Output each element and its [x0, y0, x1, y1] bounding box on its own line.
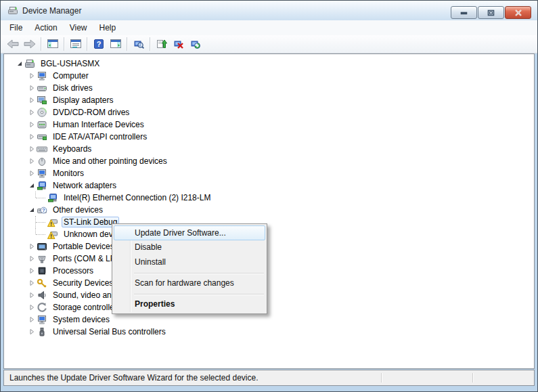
- device-tree-panel[interactable]: BGL-USHASMXComputerDisk drivesDisplay ad…: [3, 53, 535, 369]
- expand-collapsed-icon[interactable]: [27, 83, 37, 93]
- context-menu-separator: [134, 273, 264, 274]
- toolbar-separator: [127, 37, 127, 51]
- tree-item-bgl-ushasmx[interactable]: BGL-USHASMX: [4, 58, 534, 70]
- mouse-icon: [37, 156, 47, 167]
- expand-collapsed-icon[interactable]: [27, 290, 37, 300]
- tree-item-security-devices[interactable]: Security Devices: [4, 277, 534, 289]
- tree-item-label: Monitors: [51, 168, 86, 179]
- uninstall-button[interactable]: [170, 37, 187, 52]
- tree-item-system-devices[interactable]: System devices: [4, 313, 534, 326]
- context-menu-item-scan-for-hardware-changes[interactable]: Scan for hardware changes: [114, 276, 265, 291]
- tree-item-st-link-debug[interactable]: ST-Link Debug: [4, 216, 534, 228]
- expand-collapsed-icon[interactable]: [27, 169, 37, 178]
- expand-expanded-icon[interactable]: [15, 59, 24, 68]
- portable-device-icon: [37, 241, 47, 252]
- expand-collapsed-icon[interactable]: [27, 315, 37, 324]
- context-menu-separator: [134, 294, 264, 295]
- action-pane-icon: [110, 39, 121, 49]
- context-menu-item-disable[interactable]: Disable: [114, 240, 265, 255]
- tree-item-label: Display adapters: [51, 95, 115, 106]
- properties-button[interactable]: [67, 37, 84, 52]
- tree-item-universal-serial-bus-controllers[interactable]: Universal Serial Bus controllers: [4, 326, 534, 338]
- expand-collapsed-icon[interactable]: [27, 278, 37, 288]
- expand-collapsed-icon[interactable]: [27, 120, 37, 129]
- tree-item-monitors[interactable]: Monitors: [4, 167, 534, 179]
- properties-icon: [70, 39, 81, 49]
- expand-collapsed-icon[interactable]: [27, 71, 37, 81]
- tree-item-label: Other devices: [51, 204, 105, 215]
- tree-item-ide-ata-atapi-controllers[interactable]: IDE ATA/ATAPI controllers: [4, 131, 534, 143]
- minimize-button[interactable]: [451, 6, 477, 19]
- help-icon: ?: [93, 39, 104, 49]
- tree-connector: [34, 228, 47, 240]
- tree-item-label: System devices: [51, 314, 112, 325]
- expand-collapsed-icon[interactable]: [27, 108, 37, 117]
- context-menu-item-update-driver-software[interactable]: Update Driver Software...: [114, 225, 265, 240]
- expand-collapsed-icon[interactable]: [27, 266, 37, 276]
- tree-item-network-adapters[interactable]: Network adapters: [4, 179, 534, 192]
- forward-arrow-icon: [23, 39, 37, 49]
- help-button[interactable]: ?: [90, 37, 107, 52]
- forward-button[interactable]: [21, 37, 38, 52]
- menu-file[interactable]: File: [3, 21, 28, 35]
- expand-collapsed-icon[interactable]: [27, 303, 37, 312]
- device-manager-window: Device Manager FileActionViewHelp ? BGL-…: [0, 0, 538, 392]
- tree-item-disk-drives[interactable]: Disk drives: [4, 82, 534, 94]
- minimize-icon: [460, 9, 468, 16]
- tree-item-unknown-device[interactable]: Unknown device: [4, 228, 534, 240]
- port-icon: [37, 253, 47, 264]
- scan-hardware-changes-icon: [190, 39, 201, 49]
- show-console-tree-button[interactable]: [44, 37, 61, 52]
- expand-collapsed-icon[interactable]: [27, 254, 37, 263]
- context-menu-item-properties[interactable]: Properties: [114, 297, 265, 312]
- tree-item-other-devices[interactable]: ?Other devices: [4, 204, 534, 216]
- expand-collapsed-icon[interactable]: [27, 132, 37, 141]
- tree-item-display-adapters[interactable]: Display adapters: [4, 94, 534, 106]
- expand-collapsed-icon[interactable]: [27, 144, 37, 154]
- menu-bar: FileActionViewHelp: [1, 20, 537, 35]
- tree-item-intel-r-ethernet-connection-2-i218-lm[interactable]: Intel(R) Ethernet Connection (2) I218-LM: [4, 192, 534, 204]
- tree-item-sound-video-and-game-controllers[interactable]: Sound, video and game controllers: [4, 289, 534, 301]
- tree-item-ports-com-lpt[interactable]: Ports (COM & LPT): [4, 253, 534, 265]
- tree-item-mice-and-other-pointing-devices[interactable]: Mice and other pointing devices: [4, 155, 534, 167]
- menu-view[interactable]: View: [64, 21, 93, 35]
- tree-item-human-interface-devices[interactable]: Human Interface Devices: [4, 118, 534, 131]
- tree-connector: [34, 216, 47, 228]
- expand-collapsed-icon[interactable]: [27, 327, 37, 336]
- context-menu: Update Driver Software...DisableUninstal…: [112, 223, 267, 314]
- tree-item-processors[interactable]: Processors: [4, 265, 534, 277]
- tree-item-portable-devices[interactable]: Portable Devices: [4, 240, 534, 253]
- ide-controller-icon: [37, 131, 47, 142]
- computer-root-icon: [24, 58, 35, 69]
- scan-hardware-changes-button[interactable]: [187, 37, 204, 52]
- context-menu-item-uninstall[interactable]: Uninstall: [114, 255, 265, 270]
- monitor-icon: [37, 314, 47, 325]
- tree-item-storage-controllers[interactable]: Storage controllers: [4, 301, 534, 313]
- usb-icon: [37, 326, 47, 337]
- warning-device-icon: [47, 229, 58, 240]
- tree-item-keyboards[interactable]: Keyboards: [4, 143, 534, 155]
- expand-collapsed-icon[interactable]: [27, 242, 37, 251]
- expand-expanded-icon[interactable]: [27, 205, 37, 215]
- unknown-device-icon: ?: [37, 204, 47, 215]
- show-action-pane-button[interactable]: [107, 37, 124, 52]
- menu-help[interactable]: Help: [93, 21, 122, 35]
- scan-devices-button[interactable]: [130, 37, 147, 52]
- tree-item-label: Network adapters: [51, 180, 118, 191]
- tree-item-computer[interactable]: Computer: [4, 70, 534, 82]
- warning-device-icon: [47, 217, 58, 227]
- tree-item-dvd-cd-rom-drives[interactable]: DVD/CD-ROM drives: [4, 106, 534, 118]
- storage-controller-icon: [37, 302, 47, 313]
- menu-action[interactable]: Action: [28, 21, 63, 35]
- expand-collapsed-icon[interactable]: [27, 95, 37, 105]
- toolbar-separator: [41, 37, 41, 51]
- title-bar[interactable]: Device Manager: [1, 1, 537, 20]
- expand-expanded-icon[interactable]: [27, 181, 37, 190]
- update-driver-button[interactable]: [153, 37, 170, 52]
- dvd-drive-icon: [37, 107, 47, 118]
- back-button[interactable]: [4, 37, 21, 52]
- maximize-button[interactable]: [478, 6, 504, 19]
- expand-collapsed-icon[interactable]: [27, 156, 37, 166]
- close-button[interactable]: [505, 6, 531, 19]
- update-driver-icon: [156, 39, 167, 49]
